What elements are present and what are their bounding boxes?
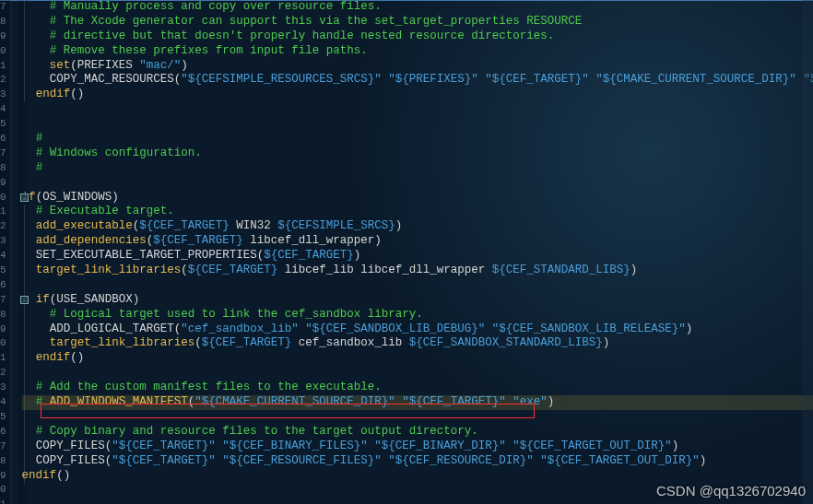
code-token: COPY_MAC_RESOURCES( <box>50 73 182 86</box>
code-line[interactable]: # Manually process and copy over resourc… <box>22 0 813 15</box>
code-line[interactable]: endif() <box>22 469 813 484</box>
code-line[interactable]: # Remove these prefixes from input file … <box>22 44 813 59</box>
code-line[interactable]: # Windows configuration. <box>22 147 813 161</box>
code-line[interactable]: # The Xcode generator can support this v… <box>22 15 813 29</box>
code-line[interactable] <box>22 102 813 117</box>
code-token: ) <box>395 219 403 232</box>
code-token <box>485 322 492 335</box>
line-number: 5 <box>0 410 6 425</box>
code-token: # Windows configuration. <box>36 147 202 159</box>
line-number: 9 <box>0 322 6 337</box>
code-token: # Copy binary and resource files to the … <box>36 425 478 438</box>
code-token: ) <box>374 234 382 247</box>
code-line[interactable]: COPY_MAC_RESOURCES("${CEFSIMPLE_RESOURCE… <box>22 73 813 88</box>
code-line[interactable]: target_link_libraries(${CEF_TARGET} cef_… <box>22 336 813 351</box>
line-number: 3 <box>0 88 6 102</box>
code-line[interactable]: # Logical target used to link the cef_sa… <box>22 308 813 322</box>
line-number: 9 <box>0 176 6 191</box>
code-token: "exe" <box>513 395 548 408</box>
code-line[interactable]: set(PREFIXES "mac/") <box>22 59 813 74</box>
code-line[interactable]: # <box>22 161 813 176</box>
code-token: "${CEF_TARGET_OUT_DIR}" <box>513 440 672 452</box>
code-line[interactable]: endif() <box>22 88 813 102</box>
code-line[interactable]: endif() <box>22 351 813 366</box>
code-token: ( <box>36 191 43 204</box>
code-line[interactable]: SET_EXECUTABLE_TARGET_PROPERTIES(${CEF_T… <box>22 249 813 264</box>
code-token: # Logical target used to link the cef_sa… <box>50 308 423 321</box>
code-token: # Add the custom manifest files to the e… <box>36 381 382 393</box>
fold-toggle-icon[interactable]: - <box>20 193 29 202</box>
code-token: # <box>36 395 50 408</box>
code-token: "${CEF_TARGET}" <box>112 440 216 452</box>
code-line[interactable]: COPY_FILES("${CEF_TARGET}" "${CEF_RESOUR… <box>22 454 813 469</box>
code-line[interactable]: ADD_LOGICAL_TARGET("cef_sandbox_lib" "${… <box>22 322 813 337</box>
line-number: 8 <box>0 161 6 176</box>
code-token: ${CEF_TARGET} <box>139 219 230 232</box>
code-line[interactable]: add_executable(${CEF_TARGET} WIN32 ${CEF… <box>22 219 813 234</box>
code-token: PREFIXES <box>77 59 140 72</box>
line-number: 9 <box>0 469 6 484</box>
code-line[interactable]: target_link_libraries(${CEF_TARGET} libc… <box>22 264 813 278</box>
code-line[interactable]: add_dependencies(${CEF_TARGET} libcef_dl… <box>22 234 813 249</box>
code-line[interactable]: # Add the custom manifest files to the e… <box>22 381 813 395</box>
line-number: 4 <box>0 102 6 117</box>
code-token: ADD_WINDOWS_MANIFEST <box>50 395 188 408</box>
line-number: 7 <box>0 440 6 454</box>
line-number: 6 <box>0 278 6 293</box>
code-token: "${CEF_TARGET}" <box>402 395 506 408</box>
code-line[interactable]: # directive but that doesn't properly ha… <box>22 29 813 44</box>
code-line[interactable] <box>22 176 813 191</box>
code-token: libcef_lib libcef_dll_wrapper <box>277 264 492 276</box>
code-token: ( <box>181 264 188 276</box>
code-line[interactable]: # Copy binary and resource files to the … <box>22 425 813 440</box>
code-token: add_dependencies <box>36 234 147 247</box>
code-line[interactable]: if(USE_SANDBOX) <box>22 293 813 308</box>
code-token: COPY_FILES( <box>36 454 112 467</box>
code-token: ${CEF_TARGET} <box>153 234 243 247</box>
code-token: "cef_sandbox_lib" <box>181 322 299 335</box>
line-number: 7 <box>0 293 6 308</box>
code-token: ) <box>548 395 555 408</box>
code-line[interactable]: # <box>22 132 813 147</box>
code-token: "${CEFSIMPLE_RESOURCES_SRCS}" <box>181 73 382 86</box>
line-number: 4 <box>0 395 6 410</box>
code-token: # Executable target. <box>36 205 174 217</box>
code-token: SET_EXECUTABLE_TARGET_PROPERTIES( <box>36 249 265 262</box>
code-token: "${CEF_RESOURCE_FILES}" <box>222 454 382 467</box>
line-number: 0 <box>0 483 6 498</box>
line-number: 8 <box>0 454 6 469</box>
code-token: "${CEF_BINARY_FILES}" <box>222 440 368 452</box>
line-number: 6 <box>0 425 6 440</box>
code-token: # <box>36 161 43 174</box>
line-number: 1 <box>0 205 6 219</box>
code-token: "${PREFIXES}" <box>388 73 478 86</box>
code-line[interactable] <box>22 366 813 381</box>
code-token: add_executable <box>36 219 133 232</box>
code-token: ${CEFSIMPLE_SRCS} <box>277 219 395 232</box>
code-token: endif <box>36 88 71 100</box>
code-token: "${CMAKE_CURRENT_SOURCE_DIR}" <box>595 73 796 86</box>
vertical-scrollbar[interactable] <box>802 0 813 504</box>
code-line[interactable] <box>22 278 813 293</box>
code-token: ) <box>630 264 638 276</box>
code-line[interactable] <box>22 410 813 425</box>
code-token: libcef_dll_wrapper <box>243 234 375 247</box>
code-editor[interactable]: 78901234567890123456789012345678901 # Ma… <box>0 0 813 504</box>
code-token: () <box>56 469 70 482</box>
code-line[interactable] <box>22 117 813 132</box>
code-token: WIN32 <box>230 219 278 232</box>
code-line[interactable]: if(OS_WINDOWS) <box>22 191 813 205</box>
code-area[interactable]: # Manually process and copy over resourc… <box>11 0 813 504</box>
line-number: 7 <box>0 0 6 15</box>
line-number: 4 <box>0 249 6 264</box>
code-token: target_link_libraries <box>50 336 195 349</box>
code-token: "${CEF_SANDBOX_LIB_DEBUG}" <box>305 322 485 335</box>
line-number: 9 <box>0 29 6 44</box>
fold-toggle-icon[interactable]: - <box>20 296 29 304</box>
code-token: ( <box>194 336 202 349</box>
code-token: ) <box>686 322 693 335</box>
code-line[interactable]: COPY_FILES("${CEF_TARGET}" "${CEF_BINARY… <box>22 440 813 454</box>
code-line[interactable]: # ADD_WINDOWS_MANIFEST("${CMAKE_CURRENT_… <box>22 395 813 410</box>
code-line[interactable]: # Executable target. <box>22 205 813 219</box>
line-number: 2 <box>0 366 6 381</box>
